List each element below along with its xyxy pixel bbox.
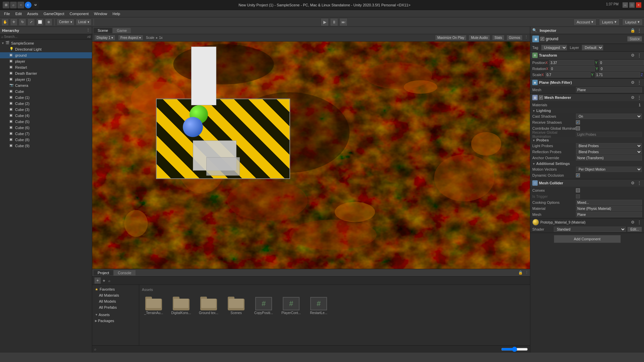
tab-game[interactable]: Game [113, 28, 131, 33]
material-settings-btn[interactable]: ⚙ [630, 220, 635, 225]
cooking-options-input[interactable] [576, 200, 642, 205]
tag-dropdown[interactable]: Untagged [541, 45, 567, 51]
play-button[interactable]: ▶ [321, 18, 329, 26]
aspect-dropdown[interactable]: Free Aspect ▾ [118, 35, 143, 41]
sidebar-assets[interactable]: ▼ Assets [94, 312, 138, 318]
maximize-on-play[interactable]: Maximize On Play [435, 35, 467, 41]
hier-item-ground[interactable]: ▣ ground [0, 52, 92, 58]
hier-item-cube1[interactable]: ▣ Cube (1) [0, 95, 92, 101]
scale-y-input[interactable] [595, 72, 640, 77]
receive-shadows-checkbox[interactable]: ✓ [576, 120, 580, 124]
asset-terrain[interactable]: _TerrainAu... [142, 297, 165, 315]
add-asset-btn[interactable]: + [94, 277, 101, 284]
asset-copyposition[interactable]: # CopyPositi... [252, 297, 275, 315]
asset-digital[interactable]: DigitalKons... [169, 297, 193, 315]
transform-tool-btn[interactable]: ⊕ [45, 18, 52, 26]
layer-dropdown[interactable]: Default [582, 45, 603, 51]
rot-y-input[interactable] [599, 66, 644, 71]
is-trigger-checkbox[interactable] [576, 194, 580, 198]
move-tool-btn[interactable]: ✛ [10, 18, 17, 26]
menu-gameobject[interactable]: GameObject [41, 11, 67, 16]
convex-checkbox[interactable] [576, 188, 580, 192]
dynamic-occlusion-checkbox[interactable]: ✓ [576, 173, 580, 177]
options-icon[interactable]: ⋮ [525, 35, 528, 41]
shader-dropdown[interactable]: Standard [554, 227, 626, 232]
stats-btn[interactable]: Stats [492, 35, 504, 41]
mesh-filter-header[interactable]: ▣ Plane (Mesh Filter) ⚙ ⋮ [530, 79, 644, 86]
transform-settings-btn[interactable]: ⚙ [630, 53, 635, 58]
meshfilter-settings-btn[interactable]: ⚙ [630, 80, 635, 85]
menu-help[interactable]: Help [110, 11, 123, 16]
close-button[interactable]: ✕ [636, 2, 641, 8]
hier-item-cube[interactable]: ▣ Cube [0, 88, 92, 95]
scale-tool-btn[interactable]: ⤢ [28, 18, 35, 26]
windows-icon[interactable]: ⊞ [3, 2, 9, 8]
local-global-dropdown[interactable]: Local ▾ [76, 19, 92, 25]
contribute-gi-checkbox[interactable] [576, 126, 580, 130]
rotate-tool-btn[interactable]: ↻ [19, 18, 26, 26]
menu-assets[interactable]: Assets [24, 11, 41, 16]
tab-console[interactable]: Console [114, 270, 135, 276]
menu-window[interactable]: Window [91, 11, 110, 16]
hier-item-cube5[interactable]: ▣ Cube (5) [0, 119, 92, 125]
collider-mesh-input[interactable] [576, 212, 642, 217]
pause-button[interactable]: ⏸ [330, 18, 338, 26]
browser-icon[interactable]: C [25, 2, 32, 8]
gizmos-btn[interactable]: Gizmos [506, 35, 523, 41]
hier-item-cube8[interactable]: ▣ Cube (8) [0, 137, 92, 143]
sidebar-all-materials[interactable]: All Materials [94, 292, 138, 298]
sidebar-favorites[interactable]: ★ Favorites [94, 286, 138, 292]
asset-ground-tex[interactable]: Ground tex... [197, 297, 220, 315]
transform-menu-btn[interactable]: ⋮ [637, 53, 642, 58]
hand-tool-btn[interactable]: ✋ [1, 18, 9, 26]
asset-scenes[interactable]: Scenes [224, 297, 248, 315]
step-button[interactable]: ⏭ [339, 18, 347, 26]
menu-edit[interactable]: Edit [13, 11, 24, 16]
meshcollider-settings-btn[interactable]: ⚙ [630, 180, 635, 186]
inspector-lock-btn[interactable]: 🔒 [630, 28, 635, 33]
shader-edit-btn[interactable]: Edit... [627, 227, 642, 232]
reflection-probes-dropdown[interactable]: Blend Probes [576, 149, 642, 155]
sidebar-all-models[interactable]: All Models [94, 298, 138, 304]
pos-y-input[interactable] [599, 60, 644, 65]
hier-item-samplescene[interactable]: ▼ 🎬 SampleScene [0, 40, 92, 46]
minimize-button[interactable]: ─ [623, 2, 628, 8]
mesh-collider-header[interactable]: ⬡ Mesh Collider ⚙ ⋮ [530, 179, 644, 187]
hierarchy-options[interactable]: ⋮ [86, 28, 90, 33]
pos-x-input[interactable] [549, 60, 594, 65]
hier-item-camera[interactable]: 📷 Camera [0, 82, 92, 88]
mute-audio[interactable]: Mute Audio [469, 35, 490, 41]
light-probes-dropdown[interactable]: Blend Probes [576, 143, 642, 148]
account-dropdown[interactable]: Account ▾ [574, 19, 596, 25]
hier-item-directional-light[interactable]: 💡 Directional Light [0, 46, 92, 52]
rot-x-input[interactable] [550, 66, 595, 71]
hier-item-cube9[interactable]: ▣ Cube (9) [0, 143, 92, 149]
scale-x-input[interactable] [545, 72, 591, 77]
meshfilter-menu-btn[interactable]: ⋮ [637, 80, 642, 85]
hier-item-death-barrier[interactable]: ▣ Death Barrier [0, 70, 92, 76]
hier-item-cube7[interactable]: ▣ Cube (7) [0, 131, 92, 137]
sidebar-packages[interactable]: ▶ Packages [94, 318, 138, 324]
transform-header[interactable]: ⊕ Transform ⚙ ⋮ [530, 52, 644, 59]
mesh-value-input[interactable] [576, 87, 642, 93]
hier-item-cube4[interactable]: ▣ Cube (4) [0, 113, 92, 119]
hier-item-player[interactable]: ▣ player [0, 58, 92, 64]
material-menu-btn[interactable]: ⋮ [637, 220, 642, 225]
cortana-icon[interactable]: ○ [17, 2, 24, 8]
asset-restartlevel[interactable]: # RestartLe... [307, 297, 330, 315]
static-badge[interactable]: Static ▾ [627, 36, 642, 42]
meshrenderer-settings-btn[interactable]: ⚙ [630, 95, 635, 100]
cast-shadows-dropdown[interactable]: On [576, 114, 642, 119]
rect-tool-btn[interactable]: ⬜ [36, 18, 44, 26]
mesh-renderer-header[interactable]: ▦ ✓ Mesh Renderer ⚙ ⋮ [530, 94, 644, 101]
inspector-menu-btn[interactable]: ⋮ [637, 28, 642, 33]
unity-icon[interactable]: U [32, 2, 39, 8]
layers-dropdown[interactable]: Layers ▾ [599, 19, 620, 25]
tab-project[interactable]: Project [94, 270, 113, 276]
collider-material-input[interactable] [576, 206, 642, 211]
hier-item-cube6[interactable]: ▣ Cube (6) [0, 125, 92, 131]
panel-options-icon[interactable]: ⋮ [525, 270, 529, 275]
maximize-button[interactable]: □ [629, 2, 635, 8]
hier-item-restart[interactable]: ▣ Restart [0, 64, 92, 70]
hierarchy-search-input[interactable] [4, 35, 87, 39]
